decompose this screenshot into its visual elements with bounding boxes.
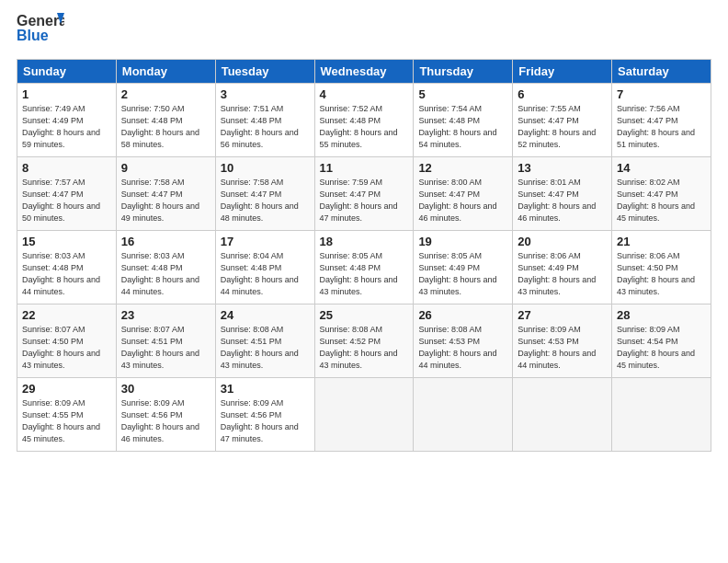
week-row-5: 29Sunrise: 8:09 AMSunset: 4:55 PMDayligh…	[17, 378, 711, 452]
weekday-wednesday: Wednesday	[314, 60, 414, 84]
day-cell: 29Sunrise: 8:09 AMSunset: 4:55 PMDayligh…	[17, 378, 117, 452]
day-cell: 4Sunrise: 7:52 AMSunset: 4:48 PMDaylight…	[314, 84, 414, 157]
day-number: 3	[221, 87, 310, 101]
day-cell: 12Sunrise: 8:00 AMSunset: 4:47 PMDayligh…	[414, 157, 513, 231]
day-number: 31	[221, 382, 310, 396]
week-row-1: 1Sunrise: 7:49 AMSunset: 4:49 PMDaylight…	[17, 84, 711, 157]
calendar-body: 1Sunrise: 7:49 AMSunset: 4:49 PMDaylight…	[17, 84, 711, 452]
day-info: Sunrise: 8:08 AMSunset: 4:51 PMDaylight:…	[221, 324, 310, 372]
weekday-sunday: Sunday	[17, 60, 117, 84]
day-info: Sunrise: 8:06 AMSunset: 4:49 PMDaylight:…	[518, 250, 607, 298]
day-info: Sunrise: 7:52 AMSunset: 4:48 PMDaylight:…	[320, 103, 409, 151]
day-info: Sunrise: 7:54 AMSunset: 4:48 PMDaylight:…	[418, 103, 507, 151]
day-cell	[314, 378, 414, 452]
day-number: 1	[22, 87, 111, 101]
day-info: Sunrise: 8:01 AMSunset: 4:47 PMDaylight:…	[518, 177, 607, 224]
day-cell: 9Sunrise: 7:58 AMSunset: 4:47 PMDaylight…	[116, 157, 215, 231]
day-number: 13	[518, 161, 607, 175]
day-info: Sunrise: 8:09 AMSunset: 4:56 PMDaylight:…	[221, 397, 310, 445]
weekday-tuesday: Tuesday	[215, 60, 314, 84]
day-info: Sunrise: 8:05 AMSunset: 4:48 PMDaylight:…	[320, 250, 409, 298]
day-number: 15	[22, 235, 111, 248]
day-number: 14	[617, 161, 706, 175]
day-number: 16	[121, 235, 210, 248]
day-cell	[513, 378, 612, 452]
day-cell: 31Sunrise: 8:09 AMSunset: 4:56 PMDayligh…	[215, 378, 314, 452]
day-number: 29	[22, 382, 111, 396]
day-cell: 30Sunrise: 8:09 AMSunset: 4:56 PMDayligh…	[116, 378, 215, 452]
day-cell: 11Sunrise: 7:59 AMSunset: 4:47 PMDayligh…	[314, 157, 414, 231]
day-number: 23	[121, 308, 210, 322]
day-number: 11	[320, 161, 409, 175]
day-number: 6	[518, 87, 607, 101]
week-row-3: 15Sunrise: 8:03 AMSunset: 4:48 PMDayligh…	[17, 231, 711, 304]
day-cell: 14Sunrise: 8:02 AMSunset: 4:47 PMDayligh…	[612, 157, 711, 231]
calendar-table: SundayMondayTuesdayWednesdayThursdayFrid…	[17, 59, 711, 452]
day-info: Sunrise: 8:05 AMSunset: 4:49 PMDaylight:…	[418, 250, 507, 298]
day-cell: 25Sunrise: 8:08 AMSunset: 4:52 PMDayligh…	[314, 304, 414, 378]
weekday-header-row: SundayMondayTuesdayWednesdayThursdayFrid…	[17, 60, 711, 84]
day-info: Sunrise: 8:08 AMSunset: 4:53 PMDaylight:…	[418, 324, 507, 372]
day-number: 9	[121, 161, 210, 175]
day-info: Sunrise: 7:51 AMSunset: 4:48 PMDaylight:…	[221, 103, 310, 151]
day-info: Sunrise: 7:57 AMSunset: 4:47 PMDaylight:…	[22, 177, 111, 224]
day-info: Sunrise: 8:06 AMSunset: 4:50 PMDaylight:…	[617, 250, 706, 298]
day-number: 7	[617, 87, 706, 101]
day-cell: 15Sunrise: 8:03 AMSunset: 4:48 PMDayligh…	[17, 231, 117, 304]
svg-text:Blue: Blue	[17, 28, 49, 43]
day-info: Sunrise: 7:56 AMSunset: 4:47 PMDaylight:…	[617, 103, 706, 151]
day-cell: 7Sunrise: 7:56 AMSunset: 4:47 PMDaylight…	[612, 84, 711, 157]
day-cell	[414, 378, 513, 452]
day-info: Sunrise: 7:49 AMSunset: 4:49 PMDaylight:…	[22, 103, 111, 151]
day-info: Sunrise: 8:02 AMSunset: 4:47 PMDaylight:…	[617, 177, 706, 224]
day-info: Sunrise: 8:09 AMSunset: 4:56 PMDaylight:…	[121, 397, 210, 445]
week-row-4: 22Sunrise: 8:07 AMSunset: 4:50 PMDayligh…	[17, 304, 711, 378]
day-number: 12	[418, 161, 507, 175]
day-info: Sunrise: 8:07 AMSunset: 4:51 PMDaylight:…	[121, 324, 210, 372]
day-info: Sunrise: 8:03 AMSunset: 4:48 PMDaylight:…	[22, 250, 111, 298]
page: General Blue SundayMondayTuesdayWednesda…	[0, 0, 728, 461]
day-cell: 5Sunrise: 7:54 AMSunset: 4:48 PMDaylight…	[414, 84, 513, 157]
day-cell: 6Sunrise: 7:55 AMSunset: 4:47 PMDaylight…	[513, 84, 612, 157]
day-number: 20	[518, 235, 607, 248]
day-cell: 16Sunrise: 8:03 AMSunset: 4:48 PMDayligh…	[116, 231, 215, 304]
day-number: 22	[22, 308, 111, 322]
weekday-thursday: Thursday	[414, 60, 513, 84]
day-cell	[612, 378, 711, 452]
day-info: Sunrise: 8:08 AMSunset: 4:52 PMDaylight:…	[320, 324, 409, 372]
day-cell: 10Sunrise: 7:58 AMSunset: 4:47 PMDayligh…	[215, 157, 314, 231]
day-cell: 21Sunrise: 8:06 AMSunset: 4:50 PMDayligh…	[612, 231, 711, 304]
day-info: Sunrise: 7:50 AMSunset: 4:48 PMDaylight:…	[121, 103, 210, 151]
day-info: Sunrise: 8:03 AMSunset: 4:48 PMDaylight:…	[121, 250, 210, 298]
weekday-saturday: Saturday	[612, 60, 711, 84]
day-number: 2	[121, 87, 210, 101]
day-cell: 17Sunrise: 8:04 AMSunset: 4:48 PMDayligh…	[215, 231, 314, 304]
day-cell: 22Sunrise: 8:07 AMSunset: 4:50 PMDayligh…	[17, 304, 117, 378]
day-cell: 19Sunrise: 8:05 AMSunset: 4:49 PMDayligh…	[414, 231, 513, 304]
day-info: Sunrise: 8:09 AMSunset: 4:55 PMDaylight:…	[22, 397, 111, 445]
weekday-monday: Monday	[116, 60, 215, 84]
day-cell: 20Sunrise: 8:06 AMSunset: 4:49 PMDayligh…	[513, 231, 612, 304]
day-number: 26	[418, 308, 507, 322]
header: General Blue	[17, 9, 711, 52]
day-info: Sunrise: 7:59 AMSunset: 4:47 PMDaylight:…	[320, 177, 409, 224]
day-number: 30	[121, 382, 210, 396]
day-number: 5	[418, 87, 507, 101]
day-cell: 1Sunrise: 7:49 AMSunset: 4:49 PMDaylight…	[17, 84, 117, 157]
day-info: Sunrise: 7:58 AMSunset: 4:47 PMDaylight:…	[121, 177, 210, 224]
day-cell: 23Sunrise: 8:07 AMSunset: 4:51 PMDayligh…	[116, 304, 215, 378]
day-number: 17	[221, 235, 310, 248]
day-info: Sunrise: 8:07 AMSunset: 4:50 PMDaylight:…	[22, 324, 111, 372]
day-info: Sunrise: 8:09 AMSunset: 4:54 PMDaylight:…	[617, 324, 706, 372]
day-number: 25	[320, 308, 409, 322]
weekday-friday: Friday	[513, 60, 612, 84]
day-cell: 3Sunrise: 7:51 AMSunset: 4:48 PMDaylight…	[215, 84, 314, 157]
day-cell: 18Sunrise: 8:05 AMSunset: 4:48 PMDayligh…	[314, 231, 414, 304]
day-number: 24	[221, 308, 310, 322]
day-number: 19	[418, 235, 507, 248]
day-info: Sunrise: 8:04 AMSunset: 4:48 PMDaylight:…	[221, 250, 310, 298]
day-cell: 24Sunrise: 8:08 AMSunset: 4:51 PMDayligh…	[215, 304, 314, 378]
day-number: 28	[617, 308, 706, 322]
svg-text:General: General	[17, 13, 64, 29]
day-info: Sunrise: 8:09 AMSunset: 4:53 PMDaylight:…	[518, 324, 607, 372]
